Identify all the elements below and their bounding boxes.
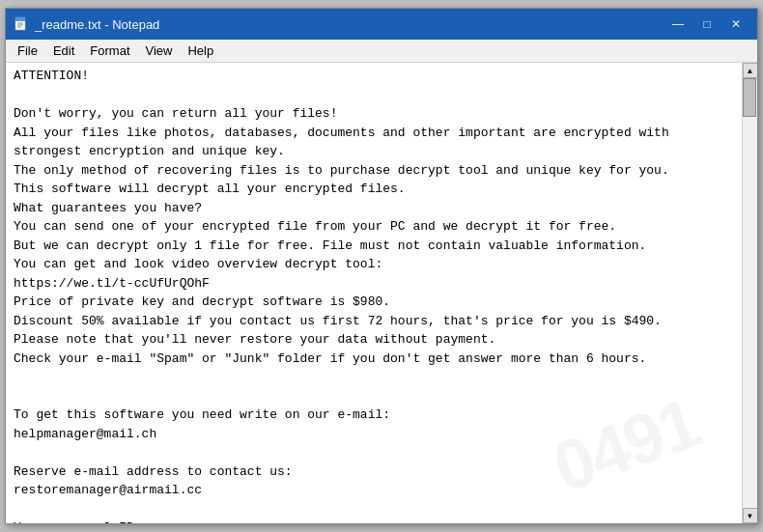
scroll-down-arrow[interactable]: ▼ <box>743 508 758 523</box>
notepad-window: _readme.txt - Notepad — □ ✕ File Edit Fo… <box>5 8 758 524</box>
minimize-button[interactable]: — <box>664 14 692 34</box>
window-controls: — □ ✕ <box>664 14 749 34</box>
maximize-button[interactable]: □ <box>693 14 721 34</box>
scroll-up-arrow[interactable]: ▲ <box>743 63 758 78</box>
menu-edit[interactable]: Edit <box>45 42 82 60</box>
scrollbar[interactable]: ▲ ▼ <box>742 63 757 523</box>
title-bar: _readme.txt - Notepad — □ ✕ <box>6 9 757 40</box>
window-title: _readme.txt - Notepad <box>35 17 159 32</box>
text-editor[interactable]: ATTENTION! Don't worry, you can return a… <box>6 63 742 523</box>
app-icon <box>14 16 29 32</box>
menu-format[interactable]: Format <box>82 42 137 60</box>
menu-file[interactable]: File <box>10 42 45 60</box>
content-area: ATTENTION! Don't worry, you can return a… <box>6 63 757 523</box>
scroll-thumb[interactable] <box>743 78 756 117</box>
scroll-track[interactable] <box>743 78 757 508</box>
menu-view[interactable]: View <box>138 42 181 60</box>
svg-rect-1 <box>15 17 25 21</box>
title-bar-left: _readme.txt - Notepad <box>14 16 159 32</box>
menu-bar: File Edit Format View Help <box>6 40 757 63</box>
menu-help[interactable]: Help <box>180 42 221 60</box>
close-button[interactable]: ✕ <box>722 14 749 34</box>
